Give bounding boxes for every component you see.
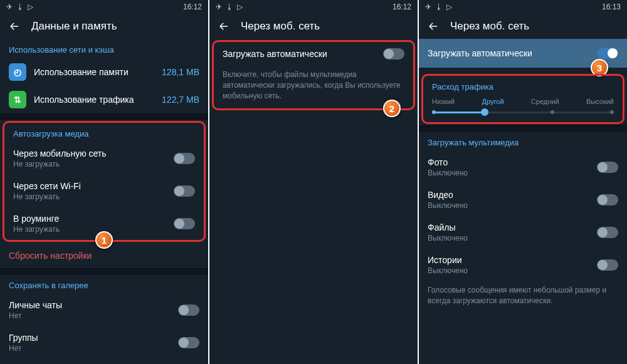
panel-2-mobile-network: ✈ ⭳ ▷ 16:12 Через моб. сеть Загружать ав…	[209, 0, 418, 364]
highlight-traffic: Расход трафика Низкий Другой Средний Выс…	[421, 74, 624, 124]
auto-toggle-on[interactable]	[597, 48, 618, 59]
section-media: Загружать мультимедиа	[419, 132, 627, 151]
slider-low: Низкий	[432, 98, 455, 105]
video-toggle[interactable]	[597, 194, 618, 205]
photo-toggle[interactable]	[597, 162, 618, 173]
titlebar: Через моб. сеть	[419, 14, 627, 39]
auto-download-row[interactable]: Загружать автоматически	[214, 42, 413, 66]
slider-thumb[interactable]	[481, 108, 488, 116]
clock: 16:12	[393, 3, 411, 11]
files-toggle[interactable]	[597, 227, 618, 238]
voice-hint: Голосовые сообщения имеют небольшой разм…	[419, 281, 627, 314]
back-icon[interactable]	[218, 21, 229, 32]
back-icon[interactable]	[428, 21, 439, 32]
files-sub: Выключено	[428, 234, 468, 242]
stories-sub: Выключено	[428, 266, 468, 275]
section-usage: Использование сети и кэша	[0, 39, 208, 58]
clock: 16:12	[183, 3, 202, 11]
download-icon: ⭳	[435, 3, 443, 11]
callout-badge-1: 1	[95, 231, 113, 249]
slider-tick	[432, 110, 436, 114]
titlebar: Данные и память	[0, 14, 208, 39]
private-sub: Нет	[9, 311, 62, 320]
photo-label: Фото	[428, 157, 468, 167]
titlebar: Через моб. сеть	[209, 14, 418, 39]
slider-tick	[610, 110, 614, 114]
private-label: Личные чаты	[9, 300, 62, 310]
mobile-sub: Не загружать	[13, 160, 107, 169]
section-traffic: Расход трафика	[423, 76, 623, 95]
panel-3-mobile-network-on: ✈ ⭳ ▷ 16:13 Через моб. сеть Загружать ав…	[419, 0, 627, 364]
highlight-autoload-toggle: Загружать автоматически Включите, чтобы …	[212, 40, 415, 110]
video-sub: Выключено	[428, 201, 468, 210]
photo-sub: Выключено	[428, 169, 468, 177]
mobile-label: Через мобильную сеть	[13, 148, 107, 159]
roaming-toggle[interactable]	[174, 218, 195, 229]
channels-row[interactable]: Каналы Нет	[0, 359, 208, 364]
callout-badge-2: 2	[383, 100, 401, 117]
divider	[0, 268, 208, 274]
video-row[interactable]: Видео Выключено	[419, 184, 627, 216]
app-icon: ▷	[237, 3, 243, 11]
wifi-sub: Не загружать	[13, 192, 81, 201]
wifi-toggle[interactable]	[174, 185, 195, 197]
telegram-icon: ✈	[216, 3, 222, 11]
traffic-icon: ⇅	[9, 91, 26, 108]
memory-icon: ◴	[9, 63, 26, 81]
status-bar: ✈ ⭳ ▷ 16:12	[0, 0, 208, 14]
mobile-row[interactable]: Через мобильную сеть Не загружать	[4, 142, 204, 175]
section-gallery: Сохранять в галерее	[0, 274, 208, 294]
clock: 16:13	[602, 3, 621, 11]
slider-medium: Средний	[531, 98, 559, 105]
traffic-label: Использование трафика	[34, 95, 154, 105]
section-autoload: Автозагрузка медиа	[4, 123, 204, 142]
back-icon[interactable]	[9, 21, 20, 32]
video-label: Видео	[428, 190, 468, 200]
mobile-toggle[interactable]	[174, 153, 195, 164]
roaming-label: В роуминге	[13, 214, 60, 224]
slider-high: Высокий	[586, 98, 614, 105]
page-title: Через моб. сеть	[241, 20, 320, 33]
page-title: Через моб. сеть	[450, 20, 529, 33]
groups-sub: Нет	[9, 344, 38, 353]
stories-row[interactable]: Истории Выключено	[419, 249, 627, 281]
files-row[interactable]: Файлы Выключено	[419, 216, 627, 249]
app-icon: ▷	[446, 3, 452, 11]
auto-download-row-on[interactable]: Загружать автоматически 3	[419, 39, 627, 68]
status-bar: ✈ ⭳ ▷ 16:12	[209, 0, 418, 14]
traffic-value: 122,7 MB	[162, 95, 199, 105]
memory-value: 128,1 MB	[162, 67, 199, 77]
traffic-usage-row[interactable]: ⇅ Использование трафика 122,7 MB	[0, 86, 208, 113]
page-title: Данные и память	[31, 20, 117, 33]
stories-toggle[interactable]	[597, 259, 618, 271]
auto-toggle[interactable]	[383, 48, 404, 60]
groups-label: Группы	[9, 333, 38, 343]
app-icon: ▷	[28, 3, 33, 11]
telegram-icon: ✈	[425, 3, 431, 11]
wifi-row[interactable]: Через сети Wi-Fi Не загружать	[4, 175, 204, 207]
wifi-label: Через сети Wi-Fi	[13, 181, 81, 191]
auto-label: Загружать автоматически	[223, 49, 327, 59]
panel-1-data-memory: ✈ ⭳ ▷ 16:12 Данные и память Использовани…	[0, 0, 208, 364]
download-icon: ⭳	[226, 3, 233, 11]
groups-toggle[interactable]	[178, 337, 199, 348]
slider-track[interactable]	[432, 112, 614, 113]
auto-label: Загружать автоматически	[428, 48, 532, 58]
private-toggle[interactable]	[178, 304, 199, 316]
highlight-autoload: Автозагрузка медиа Через мобильную сеть …	[3, 121, 206, 242]
memory-label: Использование памяти	[34, 67, 154, 77]
memory-usage-row[interactable]: ◴ Использование памяти 128,1 MB	[0, 58, 208, 86]
groups-row[interactable]: Группы Нет	[0, 326, 208, 359]
photo-row[interactable]: Фото Выключено	[419, 151, 627, 184]
files-label: Файлы	[428, 222, 468, 232]
divider	[419, 125, 627, 132]
stories-label: Истории	[428, 255, 468, 265]
divider	[0, 113, 208, 120]
slider-tick	[551, 110, 554, 114]
traffic-slider[interactable]: Низкий Другой Средний Высокий	[423, 95, 623, 122]
download-icon: ⭳	[16, 3, 24, 11]
private-row[interactable]: Личные чаты Нет	[0, 294, 208, 326]
auto-hint: Включите, чтобы файлы мультимедиа автома…	[214, 66, 413, 108]
status-bar: ✈ ⭳ ▷ 16:13	[419, 0, 627, 14]
telegram-icon: ✈	[6, 3, 13, 11]
